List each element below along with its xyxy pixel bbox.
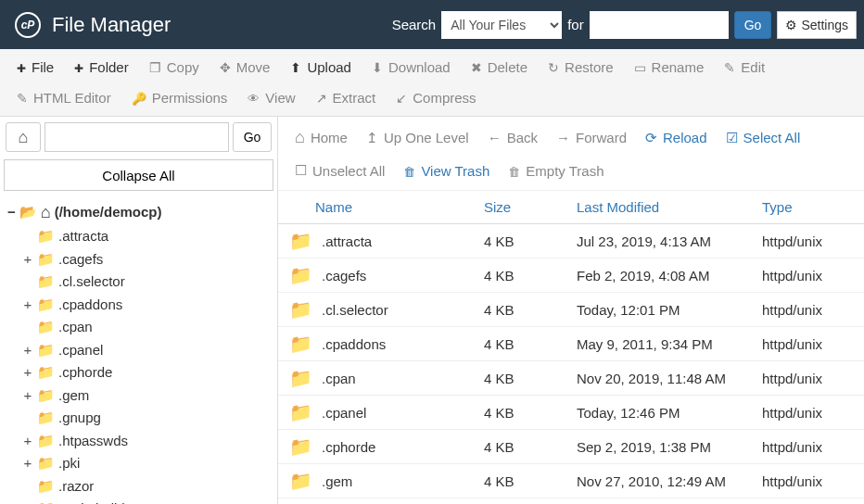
- table-row[interactable]: 📁.attracta4 KBJul 23, 2019, 4:13 AMhttpd…: [278, 224, 864, 258]
- rename-button[interactable]: Rename: [625, 53, 714, 82]
- folder-icon: 📁: [37, 340, 55, 361]
- restore-button[interactable]: Restore: [539, 53, 623, 82]
- search-input[interactable]: [590, 11, 729, 39]
- path-go-button[interactable]: Go: [233, 122, 272, 152]
- expand-icon[interactable]: [22, 408, 33, 429]
- table-row[interactable]: 📁.gem4 KBNov 27, 2010, 12:49 AMhttpd/uni…: [278, 464, 864, 498]
- col-size[interactable]: Size: [484, 199, 577, 215]
- expand-icon[interactable]: [22, 317, 33, 338]
- search-scope-select[interactable]: All Your Files: [441, 11, 562, 39]
- folder-icon: 📁: [289, 230, 312, 252]
- folder-icon: 📁: [37, 317, 55, 338]
- view-button[interactable]: View: [238, 83, 304, 112]
- reload-button[interactable]: Reload: [638, 122, 715, 153]
- expand-icon[interactable]: [22, 476, 33, 498]
- collapse-icon[interactable]: −: [7, 202, 16, 223]
- new-file-button[interactable]: File: [7, 53, 63, 82]
- forward-button[interactable]: Forward: [549, 122, 634, 153]
- tree-node[interactable]: 📁.cl.selector: [22, 271, 273, 294]
- content-toolbar: Home Up One Level Back Forward Reload Se…: [278, 117, 864, 191]
- table-row[interactable]: 📁.cagefs4 KBFeb 2, 2019, 4:08 AMhttpd/un…: [278, 258, 864, 293]
- tree-node[interactable]: 📁.attracta: [22, 225, 273, 248]
- tree-node[interactable]: +📁.htpasswds: [22, 430, 273, 453]
- file-name: .gem: [322, 473, 352, 489]
- tree-node[interactable]: 📁.cpan: [22, 316, 273, 339]
- expand-icon[interactable]: +: [22, 498, 33, 504]
- tree-node[interactable]: +📁.rvsitebuilder: [22, 498, 273, 504]
- expand-icon[interactable]: [22, 271, 33, 293]
- expand-icon[interactable]: +: [22, 340, 33, 361]
- tree-node-label: .rvsitebuilder: [58, 498, 137, 504]
- tree-node[interactable]: +📁.gem: [22, 384, 273, 408]
- plus-icon: [74, 60, 83, 75]
- table-row[interactable]: 📁.cl.selector4 KBToday, 12:01 PMhttpd/un…: [278, 293, 864, 327]
- table-row[interactable]: 📁.cpanel4 KBToday, 12:46 PMhttpd/unix: [278, 396, 864, 430]
- compress-button[interactable]: Compress: [387, 83, 485, 112]
- key-icon: [132, 91, 146, 106]
- table-row[interactable]: 📁.cpaddons4 KBMay 9, 2011, 9:34 PMhttpd/…: [278, 327, 864, 361]
- settings-button[interactable]: Settings: [777, 11, 857, 39]
- file-type: httpd/unix: [762, 233, 853, 249]
- path-input[interactable]: [44, 122, 229, 152]
- path-home-button[interactable]: [6, 122, 41, 152]
- file-size: 4 KB: [484, 302, 577, 318]
- home-button[interactable]: Home: [287, 122, 355, 153]
- col-type[interactable]: Type: [762, 199, 853, 215]
- delete-button[interactable]: Delete: [462, 53, 537, 82]
- trash-icon: [508, 163, 520, 179]
- file-name: .cpan: [322, 371, 356, 386]
- expand-icon[interactable]: +: [22, 453, 33, 474]
- move-button[interactable]: Move: [210, 53, 280, 82]
- view-trash-button[interactable]: View Trash: [396, 157, 497, 184]
- restore-label: Restore: [565, 59, 614, 75]
- tree-node-label: .cpan: [58, 317, 93, 338]
- table-row[interactable]: 📁.cpan4 KBNov 20, 2019, 11:48 AMhttpd/un…: [278, 361, 864, 396]
- collapse-all-button[interactable]: Collapse All: [4, 159, 273, 191]
- edit-button[interactable]: Edit: [715, 53, 774, 82]
- tree-node-label: .pki: [58, 453, 80, 474]
- expand-icon[interactable]: +: [22, 362, 33, 384]
- col-name[interactable]: Name: [289, 199, 484, 215]
- forward-icon: [556, 130, 570, 145]
- tree-node-label: .cphorde: [58, 362, 112, 384]
- download-button[interactable]: Download: [362, 53, 460, 82]
- col-modified[interactable]: Last Modified: [577, 199, 762, 215]
- unselect-all-button[interactable]: Unselect All: [287, 157, 392, 184]
- html-editor-button[interactable]: HTML Editor: [7, 83, 121, 112]
- tree-root[interactable]: − 📂 (/home/democp): [7, 200, 273, 225]
- tree-node-label: .gem: [58, 385, 89, 407]
- tree-node[interactable]: +📁.cagefs: [22, 248, 273, 271]
- table-row[interactable]: 📁.cphorde4 KBSep 2, 2019, 1:38 PMhttpd/u…: [278, 430, 864, 464]
- folder-icon: 📁: [37, 362, 55, 384]
- expand-icon[interactable]: [22, 226, 33, 247]
- copy-button[interactable]: Copy: [140, 53, 209, 82]
- file-type: httpd/unix: [762, 302, 853, 318]
- tree-node[interactable]: +📁.cpanel: [22, 339, 273, 362]
- view-trash-label: View Trash: [421, 163, 489, 179]
- sidebar: Go Collapse All − 📂 (/home/democp) 📁.att…: [0, 117, 278, 504]
- tree-node[interactable]: +📁.cpaddons: [22, 294, 273, 317]
- file-modified: Sep 2, 2019, 1:38 PM: [577, 439, 762, 455]
- tree-node[interactable]: +📁.cphorde: [22, 361, 273, 384]
- expand-icon[interactable]: +: [22, 249, 33, 271]
- expand-icon[interactable]: +: [22, 295, 33, 316]
- permissions-button[interactable]: Permissions: [122, 83, 237, 112]
- uncheck-icon: [295, 162, 307, 179]
- search-go-button[interactable]: Go: [734, 11, 772, 39]
- empty-trash-button[interactable]: Empty Trash: [501, 157, 611, 184]
- table-row[interactable]: 📁.gnupg4 KBDec 10, 2019, 9:10 AMhttpd/un…: [278, 498, 864, 504]
- back-button[interactable]: Back: [480, 122, 545, 153]
- delete-label: Delete: [488, 59, 527, 75]
- tree-node[interactable]: 📁.razor: [22, 475, 273, 498]
- expand-icon[interactable]: +: [22, 431, 33, 452]
- extract-button[interactable]: Extract: [307, 83, 386, 112]
- tree-node[interactable]: 📁.gnupg: [22, 407, 273, 430]
- upload-button[interactable]: Upload: [281, 53, 361, 82]
- up-one-level-button[interactable]: Up One Level: [359, 122, 476, 153]
- file-modified: Nov 27, 2010, 12:49 AM: [577, 473, 762, 489]
- select-all-button[interactable]: Select All: [718, 122, 808, 153]
- tree-node-label: .cpaddons: [58, 295, 122, 316]
- tree-node[interactable]: +📁.pki: [22, 452, 273, 475]
- expand-icon[interactable]: +: [22, 385, 33, 407]
- new-folder-button[interactable]: Folder: [65, 53, 138, 82]
